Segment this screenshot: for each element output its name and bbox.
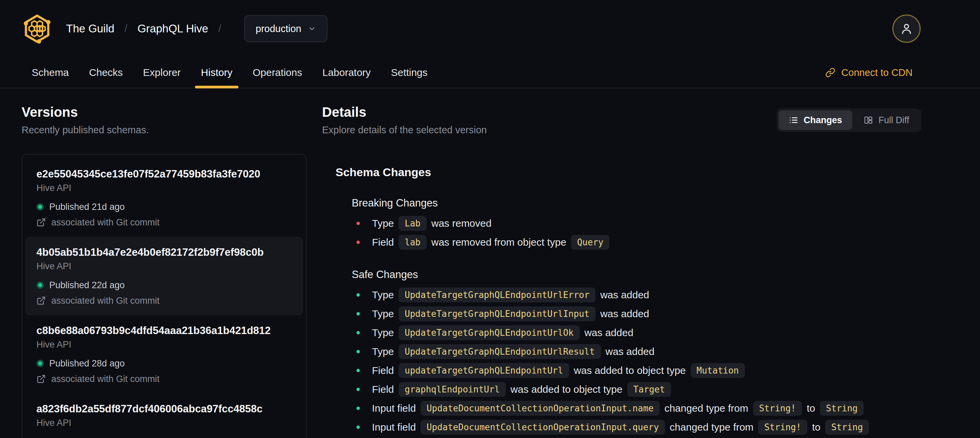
active-tab-underline <box>195 86 239 88</box>
bullet-dot <box>356 350 360 353</box>
change-text: was removed <box>431 218 492 229</box>
change-section-title: Breaking Changes <box>352 195 921 211</box>
versions-title: Versions <box>22 105 307 120</box>
change-text: Type <box>372 308 394 320</box>
change-item: FieldupdateTargetGraphQLEndpointUrlwas a… <box>352 361 921 380</box>
change-item: TypeUpdateTargetGraphQLEndpointUrlOkwas … <box>352 323 921 342</box>
change-text: Type <box>372 327 394 338</box>
published-status-dot <box>37 282 44 289</box>
nav-tab-label: Schema <box>32 67 69 78</box>
change-sections: Breaking Changes TypeLabwas removedField… <box>336 195 921 436</box>
hive-logo-icon[interactable] <box>22 13 52 44</box>
bullet-dot <box>356 388 360 391</box>
change-text: Type <box>372 346 394 357</box>
details-panel: Details Explore details of the selected … <box>322 88 921 438</box>
version-meta: Published 22d ago <box>37 280 292 290</box>
schema-changes-title: Schema Changes <box>336 164 921 180</box>
version-git-label: associated with Git commit <box>51 217 159 228</box>
bullet-dot <box>356 425 360 429</box>
version-card[interactable]: a823f6db2a55df877dcf406006abca97fcc4858c… <box>25 393 303 438</box>
nav-row: Schema Checks Explorer History Operation… <box>0 57 980 88</box>
breadcrumb-project[interactable]: GraphQL Hive <box>138 22 208 35</box>
nav-tab[interactable]: Settings <box>381 57 438 88</box>
version-git-link[interactable]: associated with Git commit <box>37 217 292 228</box>
nav-tab-label: Explorer <box>143 67 181 78</box>
version-service: Hive API <box>37 261 292 271</box>
change-item: Input fieldUpdateDocumentCollectionOpera… <box>352 399 921 418</box>
code-badge: updateTargetGraphQLEndpointUrl <box>399 363 569 378</box>
breadcrumb-separator: / <box>124 22 127 35</box>
code-badge: UpdateTargetGraphQLEndpointUrlOk <box>399 325 580 340</box>
version-hash: 4b05ab51b1b4a7e2e4b0ef82172f2b9f7ef98c0b <box>37 246 292 258</box>
main-content: Versions Recently published schemas. e2e… <box>0 88 980 438</box>
version-meta: Published 28d ago <box>37 358 292 368</box>
user-menu-button[interactable] <box>892 14 921 43</box>
nav-tab[interactable]: Operations <box>242 57 312 88</box>
external-link-icon <box>37 374 46 384</box>
version-published: Published 21d ago <box>49 202 125 212</box>
full-diff-view-button[interactable]: Full Diff <box>854 110 919 130</box>
connect-to-cdn-link[interactable]: Connect to CDN <box>825 57 913 88</box>
target-selector[interactable]: production <box>244 15 328 42</box>
change-text: Input field <box>372 403 416 414</box>
external-link-icon <box>37 218 46 227</box>
changes-view-button[interactable]: Changes <box>779 110 852 130</box>
nav-tab[interactable]: Checks <box>79 57 133 88</box>
change-text: changed type from <box>664 403 748 414</box>
change-text: was added <box>584 327 633 338</box>
version-meta: Published 40d ago <box>37 436 292 438</box>
nav-tab[interactable]: Laboratory <box>312 57 381 88</box>
nav-tab[interactable]: Schema <box>22 57 79 88</box>
code-badge: String <box>825 420 869 435</box>
code-badge: String <box>820 401 864 416</box>
breadcrumb-org[interactable]: The Guild <box>66 22 115 35</box>
code-badge: Lab <box>399 216 426 231</box>
user-icon <box>900 22 913 35</box>
change-section: Breaking Changes TypeLabwas removedField… <box>352 195 921 252</box>
version-git-link[interactable]: associated with Git commit <box>37 296 292 306</box>
change-item: TypeUpdateTargetGraphQLEndpointUrlResult… <box>352 342 921 361</box>
version-service: Hive API <box>37 418 292 428</box>
bullet-dot <box>356 241 360 244</box>
change-text: was removed from object type <box>431 237 566 248</box>
version-git-link[interactable]: associated with Git commit <box>37 374 292 384</box>
code-badge: Target <box>627 382 671 397</box>
bullet-dot <box>356 407 360 410</box>
version-published: Published 28d ago <box>49 358 125 368</box>
code-badge: UpdateTargetGraphQLEndpointUrlError <box>399 288 595 303</box>
split-view-icon <box>864 115 873 125</box>
code-badge: String! <box>753 401 802 416</box>
target-selector-value: production <box>256 23 301 34</box>
bullet-dot <box>356 312 360 315</box>
version-git-label: associated with Git commit <box>51 296 159 306</box>
change-text: was added <box>600 289 649 301</box>
change-text: changed type from <box>670 422 753 433</box>
change-text: was added <box>606 346 655 357</box>
version-hash: c8b6e88a06793b9c4dfd54aaa21b36a1b421d812 <box>37 325 292 337</box>
change-item: Fieldlabwas removed from object typeQuer… <box>352 233 921 252</box>
code-badge: UpdateDocumentCollectionOperationInput.q… <box>420 420 665 435</box>
versions-subtitle: Recently published schemas. <box>22 124 307 135</box>
details-title: Details <box>322 105 487 120</box>
versions-panel: Versions Recently published schemas. e2e… <box>22 88 307 438</box>
version-card[interactable]: c8b6e88a06793b9c4dfd54aaa21b36a1b421d812… <box>25 315 303 393</box>
change-text: to <box>812 422 821 433</box>
version-service: Hive API <box>37 183 292 193</box>
change-text: Field <box>372 237 394 248</box>
schema-changes: Schema Changes Breaking Changes TypeLabw… <box>336 164 921 436</box>
nav-tab[interactable]: Explorer <box>133 57 191 88</box>
nav-tabs: Schema Checks Explorer History Operation… <box>22 57 438 88</box>
code-badge: UpdateTargetGraphQLEndpointUrlInput <box>399 306 595 321</box>
change-text: Field <box>372 365 394 376</box>
change-item: Input fieldUpdateDocumentCollectionOpera… <box>352 418 921 436</box>
change-list: TypeLabwas removedFieldlabwas removed fr… <box>352 214 921 252</box>
published-status-dot <box>37 203 44 210</box>
published-status-dot <box>37 360 44 367</box>
code-badge: lab <box>399 235 426 250</box>
version-card[interactable]: 4b05ab51b1b4a7e2e4b0ef82172f2b9f7ef98c0b… <box>25 237 303 315</box>
version-card[interactable]: e2e55045345ce13fe07f52a77459b83fa3fe7020… <box>25 159 303 237</box>
code-badge: UpdateTargetGraphQLEndpointUrlResult <box>399 344 601 359</box>
change-item: TypeUpdateTargetGraphQLEndpointUrlErrorw… <box>352 285 921 304</box>
change-list: TypeUpdateTargetGraphQLEndpointUrlErrorw… <box>352 285 921 436</box>
nav-tab[interactable]: History <box>191 57 242 88</box>
